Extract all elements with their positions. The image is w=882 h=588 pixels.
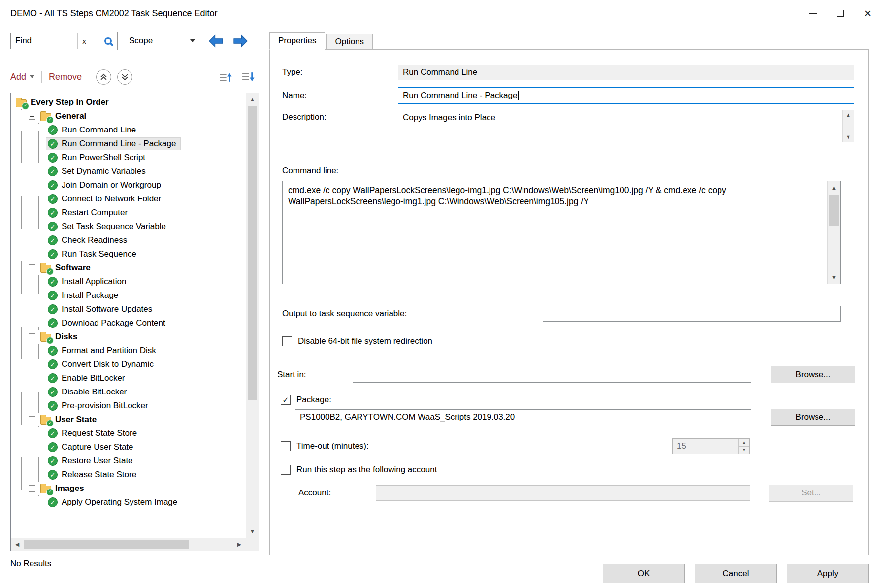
scroll-up-icon[interactable] xyxy=(846,112,851,118)
tree-vertical-scrollbar[interactable] xyxy=(246,93,259,538)
scroll-up-icon[interactable] xyxy=(828,181,840,194)
tree-step-item[interactable]: Restore User State xyxy=(39,454,246,468)
tab-properties[interactable]: Properties xyxy=(269,32,325,50)
find-row: Find x Scope xyxy=(10,32,259,50)
tree-step-item[interactable]: Enable BitLocker xyxy=(39,371,246,385)
step-check-icon xyxy=(48,139,58,149)
description-scrollbar[interactable] xyxy=(842,110,854,142)
package-input[interactable]: PS1000B2, GARYTOWN.COM WaaS_Scripts 2019… xyxy=(295,409,751,425)
main-area: Find x Scope Add xyxy=(0,26,882,588)
collapse-all-button[interactable] xyxy=(96,69,111,85)
command-line-input[interactable]: cmd.exe /c copy WallPapersLockScreens\le… xyxy=(282,181,841,284)
tree-group-item[interactable]: Images xyxy=(22,482,246,495)
scrollbar-thumb[interactable] xyxy=(829,195,839,226)
tree-root-item[interactable]: Every Step In Order xyxy=(14,96,246,109)
start-in-browse-button[interactable]: Browse... xyxy=(771,366,855,383)
timeout-checkbox[interactable] xyxy=(281,441,291,451)
command-line-scrollbar[interactable] xyxy=(827,181,840,284)
run-as-label: Run this step as the following account xyxy=(296,465,437,475)
tree-step-item[interactable]: Check Readiness xyxy=(39,233,246,247)
tree-item-label: Install Software Updates xyxy=(62,304,152,314)
disable-64bit-checkbox[interactable] xyxy=(282,336,292,346)
output-variable-input[interactable] xyxy=(543,306,841,322)
description-input[interactable]: Copys Images into Place xyxy=(398,110,854,142)
maximize-button[interactable] xyxy=(826,0,854,26)
tree-item-label: Disable BitLocker xyxy=(62,387,127,397)
move-step-down-button[interactable] xyxy=(240,70,255,84)
tree-group-item[interactable]: General xyxy=(22,109,246,123)
spinner-up-icon[interactable] xyxy=(739,439,749,447)
tree-step-item[interactable]: Run PowerShell Script xyxy=(39,151,246,164)
tree-item-label: Restore User State xyxy=(62,456,133,466)
horizontal-scrollbar-thumb[interactable] xyxy=(24,540,189,549)
tree-step-item[interactable]: Run Command Line - Package xyxy=(39,137,246,151)
step-check-icon xyxy=(48,125,58,135)
tree-step-item[interactable]: Install Application xyxy=(39,275,246,289)
tree-step-item[interactable]: Join Domain or Workgroup xyxy=(39,178,246,192)
scope-dropdown[interactable]: Scope xyxy=(124,33,200,49)
find-input[interactable]: Find xyxy=(11,33,77,49)
find-clear-button[interactable]: x xyxy=(77,33,91,49)
minimize-button[interactable] xyxy=(799,0,826,26)
tree-step-item[interactable]: Format and Partition Disk xyxy=(39,344,246,358)
find-next-button[interactable] xyxy=(231,33,250,49)
expand-all-button[interactable] xyxy=(117,69,132,85)
scroll-down-icon[interactable] xyxy=(846,134,851,140)
tree-step-item[interactable]: Apply Operating System Image xyxy=(39,495,246,509)
collapse-toggle-icon[interactable] xyxy=(29,416,35,423)
tree-step-item[interactable]: Set Dynamic Variables xyxy=(39,164,246,178)
collapse-toggle-icon[interactable] xyxy=(29,333,35,340)
find-previous-button[interactable] xyxy=(206,33,225,49)
search-button[interactable] xyxy=(98,32,118,50)
scroll-up-icon[interactable] xyxy=(246,93,259,106)
tree-step-item[interactable]: Download Package Content xyxy=(39,316,246,330)
cancel-button[interactable]: Cancel xyxy=(695,564,777,583)
tree-node-body: Join Domain or Workgroup xyxy=(46,179,166,192)
spinner-down-icon[interactable] xyxy=(739,447,749,454)
tab-options[interactable]: Options xyxy=(326,34,373,49)
tree-step-item[interactable]: Convert Disk to Dynamic xyxy=(39,358,246,371)
add-button[interactable]: Add xyxy=(10,72,34,82)
tree-horizontal-scrollbar[interactable] xyxy=(11,538,246,551)
remove-button[interactable]: Remove xyxy=(49,72,82,82)
tree-item-label: Check Readiness xyxy=(62,235,127,245)
collapse-toggle-icon[interactable] xyxy=(29,485,35,492)
next-icon xyxy=(233,34,248,48)
tree-step-item[interactable]: Run Task Sequence xyxy=(39,247,246,261)
step-check-icon xyxy=(48,222,58,231)
tree-group-item[interactable]: User State xyxy=(22,413,246,426)
start-in-input[interactable] xyxy=(353,367,751,383)
move-step-up-button[interactable] xyxy=(218,70,232,84)
run-as-checkbox[interactable] xyxy=(281,465,291,475)
package-checkbox[interactable] xyxy=(281,395,291,405)
close-button[interactable] xyxy=(854,0,882,26)
scroll-down-icon[interactable] xyxy=(828,271,840,284)
tree-group-item[interactable]: Software xyxy=(22,261,246,275)
tree-step-item[interactable]: Restart Computer xyxy=(39,206,246,220)
tree-step-item[interactable]: Run Command Line xyxy=(39,123,246,137)
tree-node-body: Disks xyxy=(38,330,82,343)
scroll-down-icon[interactable] xyxy=(246,525,259,538)
tree-step-item[interactable]: Pre-provision BitLocker xyxy=(39,399,246,413)
tree-step-item[interactable]: Set Task Sequence Variable xyxy=(39,220,246,233)
tree-step-item[interactable]: Disable BitLocker xyxy=(39,385,246,399)
tree-step-item[interactable]: Install Software Updates xyxy=(39,302,246,316)
tree-step-item[interactable]: Release State Store xyxy=(39,468,246,482)
ok-button[interactable]: OK xyxy=(603,564,685,583)
collapse-toggle-icon[interactable] xyxy=(29,264,35,271)
scroll-left-icon[interactable] xyxy=(11,538,24,551)
tree-step-item[interactable]: Connect to Network Folder xyxy=(39,192,246,206)
tree-step-item[interactable]: Request State Store xyxy=(39,426,246,440)
timeout-spinner[interactable]: 15 xyxy=(672,438,750,454)
tree-item-label: Images xyxy=(55,484,84,493)
scroll-right-icon[interactable] xyxy=(233,538,246,551)
tree-group-item[interactable]: Disks xyxy=(22,330,246,344)
package-browse-button[interactable]: Browse... xyxy=(771,409,855,426)
name-input[interactable]: Run Command Line - Package xyxy=(398,87,854,104)
tree-step-item[interactable]: Capture User State xyxy=(39,440,246,454)
apply-button[interactable]: Apply xyxy=(787,564,869,583)
collapse-toggle-icon[interactable] xyxy=(29,113,35,120)
step-check-icon xyxy=(48,359,58,369)
vertical-scrollbar-thumb[interactable] xyxy=(248,106,257,400)
tree-step-item[interactable]: Install Package xyxy=(39,289,246,302)
